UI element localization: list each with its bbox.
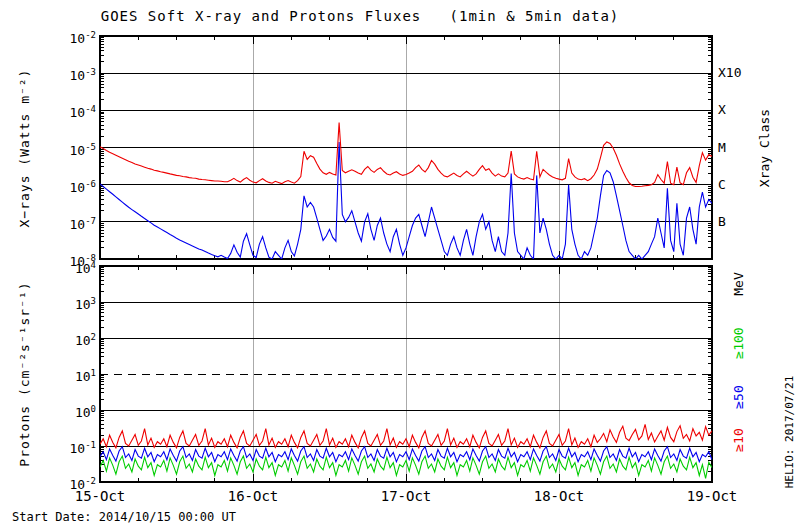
xtick-15-Oct: 15-Oct [65, 488, 135, 504]
xray-class-label-M: M [718, 140, 726, 155]
xray-class-label-X: X [718, 102, 726, 117]
ytick-protons-1e2: 102 [50, 330, 96, 348]
plot-canvas [0, 0, 800, 530]
xtick-19-Oct: 19-Oct [677, 488, 747, 504]
chart-title: GOES Soft X-ray and Protons Fluxes (1min… [100, 8, 620, 24]
panel-xray [100, 36, 712, 259]
xtick-16-Oct: 16-Oct [218, 488, 288, 504]
ytick-xray-1e-6: 10-6 [50, 177, 96, 195]
ytick-protons-1e-1: 10-1 [50, 438, 96, 456]
ytick-protons-1e0: 100 [50, 402, 96, 420]
ytick-xray-1e-3: 10-3 [50, 65, 96, 83]
ytick-protons-1e1: 101 [50, 366, 96, 384]
start-date-label: Start Date: 2014/10/15 00:00 UT [12, 510, 236, 524]
ytick-protons-1e3: 103 [50, 294, 96, 312]
ytick-protons-1e4: 104 [50, 258, 96, 276]
ytick-xray-1e-5: 10-5 [50, 140, 96, 158]
xray-class-label-B: B [718, 214, 726, 229]
xtick-17-Oct: 17-Oct [371, 488, 441, 504]
goes-flux-plot: { "title": "GOES Soft X-ray and Protons … [0, 0, 800, 530]
ytick-xray-1e-2: 10-2 [50, 28, 96, 46]
panel-protons [100, 266, 712, 482]
xtick-18-Oct: 18-Oct [524, 488, 594, 504]
ytick-xray-1e-7: 10-7 [50, 214, 96, 232]
xray-class-label-X10: X10 [718, 65, 741, 80]
ytick-xray-1e-4: 10-4 [50, 102, 96, 120]
xray-class-label-C: C [718, 177, 726, 192]
